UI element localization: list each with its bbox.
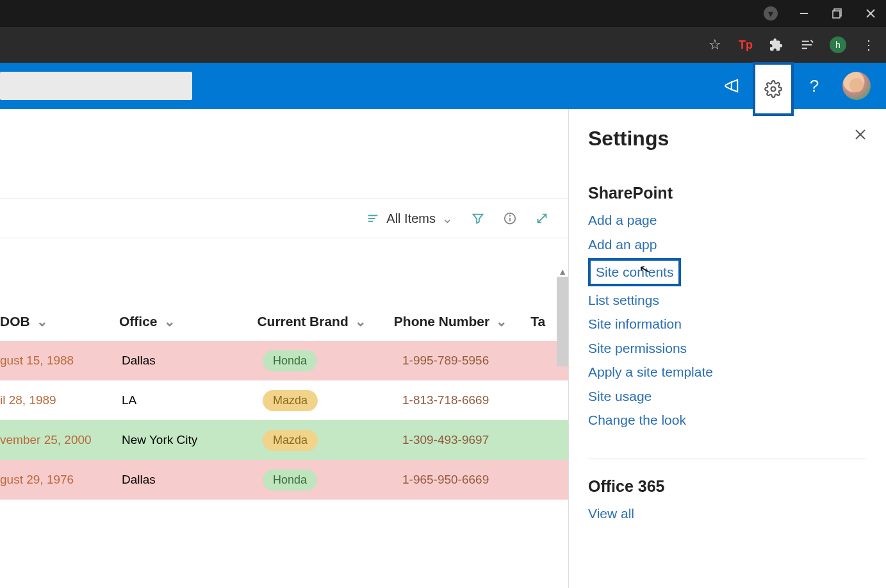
- svg-point-8: [771, 87, 776, 92]
- svg-point-14: [510, 215, 511, 216]
- browser-profile-avatar[interactable]: h: [830, 37, 846, 53]
- cell-office: New York City: [122, 433, 263, 447]
- settings-link[interactable]: Apply a site template: [588, 362, 867, 382]
- settings-link[interactable]: Change the look: [588, 410, 867, 430]
- svg-line-15: [538, 215, 546, 223]
- settings-link[interactable]: Site usage: [588, 386, 867, 407]
- search-input[interactable]: [0, 72, 192, 100]
- cell-dob: il 28, 1989: [0, 393, 122, 407]
- cell-brand: Mazda: [263, 430, 402, 451]
- shield-dropdown-icon[interactable]: ▾: [763, 6, 778, 21]
- settings-link[interactable]: Site information: [588, 314, 867, 334]
- column-headers: DOB⌄ Office⌄ Current Brand⌄ Phone Number…: [0, 302, 568, 341]
- table-row[interactable]: gust 15, 1988DallasHonda1-995-789-5956: [0, 341, 568, 380]
- expand-icon[interactable]: [535, 211, 549, 225]
- close-window-button[interactable]: [863, 6, 878, 21]
- browser-menu-icon[interactable]: ⋮: [860, 37, 877, 53]
- cell-office: Dallas: [122, 473, 263, 487]
- minimize-button[interactable]: [796, 6, 812, 21]
- filter-icon[interactable]: [471, 211, 485, 225]
- settings-link[interactable]: Add a page: [588, 210, 867, 231]
- svg-rect-2: [833, 11, 840, 18]
- divider: [588, 459, 867, 459]
- view-toolbar: All Items ⌄: [0, 199, 568, 238]
- scroll-up-arrow[interactable]: ▲: [558, 266, 567, 277]
- scrollbar-thumb[interactable]: [557, 277, 568, 366]
- settings-panel: Settings SharePoint Add a pageAdd an app…: [568, 109, 886, 588]
- chevron-down-icon: ⌄: [37, 314, 48, 329]
- help-icon[interactable]: ?: [794, 63, 835, 109]
- bookmark-star-icon[interactable]: ☆: [707, 37, 723, 53]
- cell-office: LA: [122, 393, 263, 407]
- chevron-down-icon: ⌄: [164, 314, 176, 329]
- cell-office: Dallas: [122, 354, 263, 368]
- column-header-phone[interactable]: Phone Number⌄: [394, 314, 530, 329]
- close-panel-button[interactable]: [854, 128, 867, 141]
- cell-dob: gust 29, 1976: [0, 473, 122, 487]
- maximize-button[interactable]: [830, 6, 845, 21]
- table-row[interactable]: gust 29, 1976DallasHonda1-965-950-6669: [0, 460, 568, 500]
- table-row[interactable]: vember 25, 2000New York CityMazda1-309-4…: [0, 420, 568, 460]
- settings-link[interactable]: Add an app: [588, 234, 867, 255]
- column-header-dob[interactable]: DOB⌄: [0, 314, 119, 329]
- list-table: DOB⌄ Office⌄ Current Brand⌄ Phone Number…: [0, 302, 568, 500]
- cell-brand: Honda: [263, 350, 402, 372]
- cell-phone: 1-309-493-9697: [402, 433, 542, 447]
- sharepoint-links: Add a pageAdd an appSite contentsList se…: [588, 210, 867, 430]
- view-name: All Items: [386, 211, 436, 226]
- info-icon[interactable]: [503, 211, 517, 225]
- settings-title: Settings: [588, 127, 867, 151]
- browser-titlebar: ▾: [0, 0, 886, 27]
- cell-phone: 1-995-789-5956: [402, 354, 542, 368]
- tp-extension-icon[interactable]: Tp: [737, 37, 754, 53]
- chevron-down-icon: ⌄: [442, 211, 453, 226]
- reading-list-icon[interactable]: [799, 37, 816, 53]
- cell-brand: Mazda: [263, 390, 402, 411]
- settings-link[interactable]: Site contents: [588, 258, 681, 286]
- settings-link[interactable]: Site permissions: [588, 338, 867, 359]
- megaphone-icon[interactable]: [712, 63, 753, 109]
- settings-gear-button[interactable]: [753, 62, 794, 116]
- user-avatar[interactable]: [842, 72, 871, 100]
- sharepoint-section-heading: SharePoint: [588, 184, 867, 202]
- office365-section-heading: Office 365: [588, 477, 867, 496]
- column-header-brand[interactable]: Current Brand⌄: [257, 314, 393, 329]
- cell-phone: 1-965-950-6669: [402, 473, 542, 487]
- view-selector[interactable]: All Items ⌄: [366, 211, 453, 226]
- settings-link[interactable]: List settings: [588, 290, 867, 311]
- chevron-down-icon: ⌄: [496, 314, 507, 329]
- cell-brand: Honda: [263, 470, 402, 491]
- chevron-down-icon: ⌄: [355, 314, 366, 329]
- office365-view-all-link[interactable]: View all: [588, 503, 867, 524]
- cell-phone: 1-813-718-6669: [402, 393, 542, 407]
- cell-dob: gust 15, 1988: [0, 354, 122, 368]
- column-header-office[interactable]: Office⌄: [119, 314, 257, 329]
- main-content: All Items ⌄ ▲ DOB⌄ Office⌄ Current Brand…: [0, 109, 568, 588]
- extensions-puzzle-icon[interactable]: [768, 37, 785, 53]
- sharepoint-header: ?: [0, 63, 886, 109]
- table-row[interactable]: il 28, 1989LAMazda1-813-718-6669: [0, 380, 568, 420]
- cell-dob: vember 25, 2000: [0, 433, 122, 447]
